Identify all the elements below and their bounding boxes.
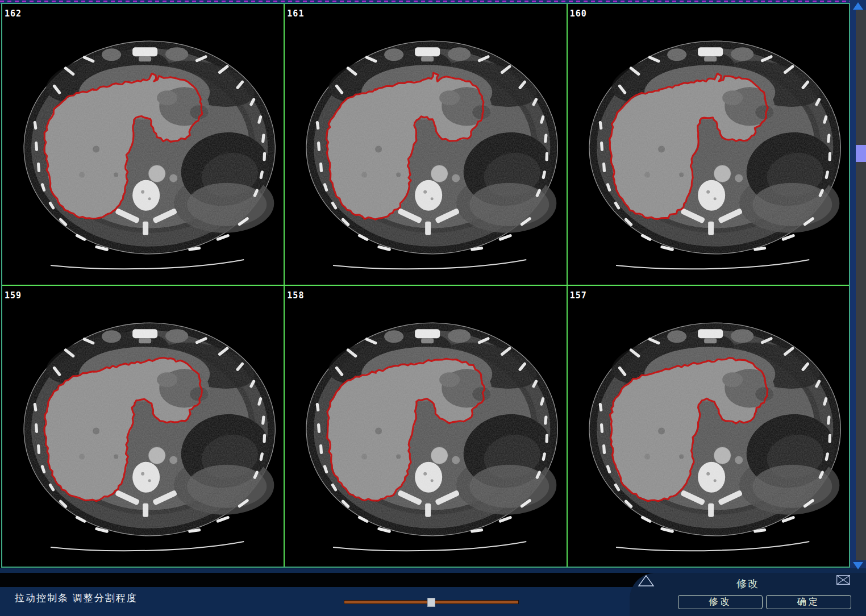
slice-number-label: 157: [570, 290, 587, 301]
envelope-icon[interactable]: [836, 575, 850, 587]
app-window: 162 161: [0, 0, 866, 616]
modify-button[interactable]: 修改: [678, 595, 763, 609]
ct-slice-cell[interactable]: 158: [285, 286, 566, 567]
ct-slice-cell[interactable]: 157: [568, 286, 849, 567]
separator-strip: [0, 573, 653, 587]
ct-slice-cell[interactable]: 160: [568, 4, 849, 285]
ct-slice-grid: 162 161: [1, 3, 850, 568]
confirm-button[interactable]: 确定: [766, 595, 851, 609]
scrollbar-track[interactable]: [856, 10, 866, 560]
ct-slice-cell[interactable]: 161: [285, 4, 566, 285]
modify-panel: 修改 修改 确定: [630, 573, 866, 616]
dashed-marker-line: [0, 1, 852, 2]
slider-hint-text: 拉动控制条 调整分割程度: [15, 592, 138, 605]
slice-number-label: 158: [287, 290, 304, 301]
slice-number-label: 160: [570, 9, 587, 19]
slice-number-label: 162: [5, 9, 22, 19]
ct-slice-cell[interactable]: 162: [2, 4, 284, 285]
segmentation-slider[interactable]: [344, 597, 520, 608]
scrollbar: [850, 0, 866, 568]
panel-title: 修改: [630, 577, 866, 590]
slider-thumb[interactable]: [427, 598, 435, 607]
scroll-up-arrow-icon[interactable]: [853, 2, 863, 10]
bottom-toolbar: 拉动控制条 调整分割程度 修改 修改 确定: [0, 568, 866, 616]
slice-number-label: 159: [5, 290, 22, 301]
scrollbar-thumb[interactable]: [856, 145, 866, 162]
slice-number-label: 161: [287, 9, 304, 19]
scroll-down-arrow-icon[interactable]: [853, 562, 863, 569]
ct-slice-cell[interactable]: 159: [2, 286, 284, 567]
